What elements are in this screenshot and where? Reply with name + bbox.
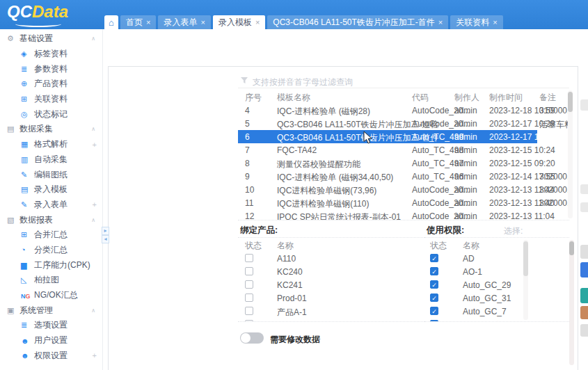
- cpk-icon: ▆: [21, 261, 34, 270]
- permissions-select-link[interactable]: 选择:: [504, 225, 523, 237]
- ngok-icon: NG: [21, 291, 34, 300]
- permissions-scrollbar-thumb[interactable]: [569, 241, 574, 255]
- clipped-button[interactable]: [580, 262, 588, 278]
- sidebar-section-基础设置[interactable]: ⚙基础设置∧: [0, 31, 102, 47]
- gear-icon: ⚙: [7, 34, 19, 43]
- table-row[interactable]: 5QC3-CB046 LA11-50T铁齿片冲压加工-巡检AutoCode_20…: [238, 117, 569, 130]
- expand-pane-button[interactable]: ▸: [102, 227, 109, 235]
- sidebar-item-标签资料[interactable]: ◈标签资料: [0, 47, 102, 62]
- sidebar-item-label: 合并汇总: [34, 229, 67, 241]
- sidebar-item-工序能力(CPK)[interactable]: ▆工序能力(CPK): [0, 257, 102, 273]
- checkbox[interactable]: ✓: [430, 254, 438, 262]
- sidebar-item-权限设置[interactable]: ☻权限设置+: [0, 348, 102, 363]
- checkbox[interactable]: ✓: [430, 267, 438, 275]
- table-scrollbar-thumb[interactable]: [568, 92, 573, 112]
- checkbox[interactable]: [245, 280, 253, 289]
- clipped-button[interactable]: [580, 99, 588, 111]
- checkbox[interactable]: [245, 267, 253, 275]
- modify-data-toggle[interactable]: [240, 332, 264, 344]
- expand-plus-icon[interactable]: +: [93, 140, 97, 149]
- relation-icon: ⊞: [21, 95, 34, 104]
- expand-plus-icon[interactable]: +: [93, 351, 97, 360]
- sidebar-section-数据报表[interactable]: ▧数据报表∧: [0, 212, 102, 227]
- template-icon: ▤: [21, 185, 34, 194]
- sidebar-section-label: 系统管理: [19, 305, 91, 316]
- tab-5[interactable]: 关联资料×: [450, 15, 502, 29]
- checkbox[interactable]: [245, 293, 253, 302]
- sidebar-item-柏拉图[interactable]: ◺柏拉图: [0, 273, 102, 288]
- tab-2[interactable]: 录入表单×: [158, 15, 210, 29]
- sidebar-item-label: 录入模板: [34, 184, 67, 195]
- table-row[interactable]: 7FQC-TA42Auto_TC_498admin2023-12-15 10:2…: [238, 143, 569, 156]
- sidebar-item-label: 参数资料: [34, 63, 67, 75]
- template-table: 4IQC-进料检验单 (磁钢28)AutoCode_20...admin2023…: [238, 89, 569, 220]
- clipped-button[interactable]: [580, 288, 588, 303]
- cell-no: 11: [245, 198, 253, 208]
- sidebar-item-自动采集[interactable]: ▥自动采集: [0, 152, 102, 168]
- cell-no: 6: [245, 132, 250, 142]
- table-row[interactable]: 6QC3-CB046 LA11-50T铁齿片冲压加工-首件Auto_TC_499…: [238, 130, 569, 143]
- sidebar-item-用户设置[interactable]: ☻用户设置: [0, 333, 102, 348]
- table-row[interactable]: 10IQC进料检验单磁钢(73,96)AutoCode_20...admin20…: [238, 183, 569, 196]
- table-row[interactable]: 12IPQC SP站日常统计报表-副本-01AutoCode_20...admi…: [238, 209, 569, 220]
- sidebar-item-label: 工序能力(CPK): [34, 259, 90, 271]
- tab-close-icon[interactable]: ×: [255, 18, 260, 26]
- sidebar-item-分类汇总[interactable]: ◔分类汇总: [0, 243, 102, 258]
- tab-close-icon[interactable]: ×: [438, 18, 443, 26]
- table-row[interactable]: 9IQC-进料检验单 (磁钢34,40,50)Auto_TC_496admin2…: [238, 170, 569, 183]
- sidebar-item-选项设置[interactable]: ≣选项设置: [0, 318, 102, 333]
- top-header: QCData ⌂首页×录入表单×录入模板×QC3-CB046 LA11-50T铁…: [0, 0, 588, 29]
- table-row[interactable]: 8测量仪器校验提醒功能Auto_TC_497admin2023-12-15 09…: [238, 156, 569, 170]
- list-column-header: 状态: [245, 240, 262, 252]
- sidebar-item-合并汇总[interactable]: ⊞合并汇总: [0, 227, 102, 243]
- tab-close-icon[interactable]: ×: [493, 18, 497, 26]
- toggle-knob: [241, 333, 251, 343]
- home-tab-button[interactable]: ⌂: [104, 15, 118, 29]
- list-item-name: Auto_GC_29: [463, 280, 511, 290]
- cell-no: 10: [245, 185, 254, 195]
- clipped-button[interactable]: [580, 306, 588, 319]
- sidebar-item-参数资料[interactable]: ≣参数资料: [0, 61, 102, 77]
- list-item[interactable]: ✓Auto_GC_31: [424, 291, 564, 305]
- table-row[interactable]: 4IQC-进料检验单 (磁钢28)AutoCode_20...admin2023…: [238, 104, 569, 117]
- checkbox[interactable]: [245, 307, 253, 315]
- list-item[interactable]: ✓Auto_GC_29: [424, 278, 564, 291]
- table-row[interactable]: 11IQC进料检验单磁钢(110)AutoCode_20...admin2023…: [238, 196, 569, 209]
- sidebar-item-录入模板[interactable]: ▤录入模板: [0, 182, 102, 198]
- pareto-icon: ◺: [21, 275, 34, 284]
- sidebar-item-格式解析[interactable]: ▦格式解析+: [0, 137, 102, 152]
- tab-close-icon[interactable]: ×: [146, 18, 150, 26]
- permissions-scrollbar[interactable]: [569, 240, 574, 365]
- collapse-pane-button[interactable]: ◂: [102, 235, 109, 243]
- chevron-up-icon: ∧: [91, 217, 95, 223]
- clipped-button[interactable]: [580, 324, 588, 337]
- divider: [238, 220, 569, 220]
- tab-1[interactable]: 首页×: [120, 15, 156, 29]
- sidebar-section-label: 数据报表: [19, 214, 91, 226]
- tab-3[interactable]: 录入模板×: [213, 15, 265, 29]
- table-scrollbar[interactable]: [568, 90, 573, 218]
- checkbox[interactable]: ✓: [430, 307, 438, 315]
- list-item[interactable]: ✓AO-1: [424, 265, 564, 278]
- permissions-title: 使用权限:: [427, 225, 464, 236]
- sidebar-item-NG/OK汇总[interactable]: NGNG/OK汇总: [0, 288, 102, 303]
- sidebar-item-编辑图纸[interactable]: ✎编辑图纸: [0, 167, 102, 182]
- clipped-button[interactable]: [580, 184, 588, 194]
- sidebar-item-关联资料[interactable]: ⊞关联资料: [0, 92, 102, 107]
- checkbox[interactable]: [245, 254, 253, 262]
- sidebar-item-状态标记[interactable]: ◎状态标记: [0, 106, 102, 122]
- sidebar-item-录入表单[interactable]: ✎录入表单+: [0, 198, 102, 213]
- list-item[interactable]: ✓Auto_GC_7: [424, 305, 564, 318]
- clipped-button[interactable]: [580, 245, 588, 259]
- sidebar-section-系统管理[interactable]: ▣系统管理∧: [0, 303, 102, 318]
- expand-plus-icon[interactable]: +: [93, 200, 97, 209]
- sidebar-section-数据采集[interactable]: ▤数据采集∧: [0, 122, 102, 137]
- clipped-button[interactable]: [580, 202, 588, 212]
- tab-close-icon[interactable]: ×: [200, 18, 205, 26]
- list-item[interactable]: ✓AD: [424, 252, 564, 265]
- sidebar-item-产品资料[interactable]: ⊕产品资料: [0, 77, 102, 92]
- tab-4[interactable]: QC3-CB046 LA11-50T铁齿片冲压加工-首件×: [267, 15, 448, 29]
- checkbox[interactable]: ✓: [430, 280, 438, 289]
- checkbox[interactable]: ✓: [430, 293, 438, 302]
- chevron-up-icon: ∧: [91, 35, 95, 42]
